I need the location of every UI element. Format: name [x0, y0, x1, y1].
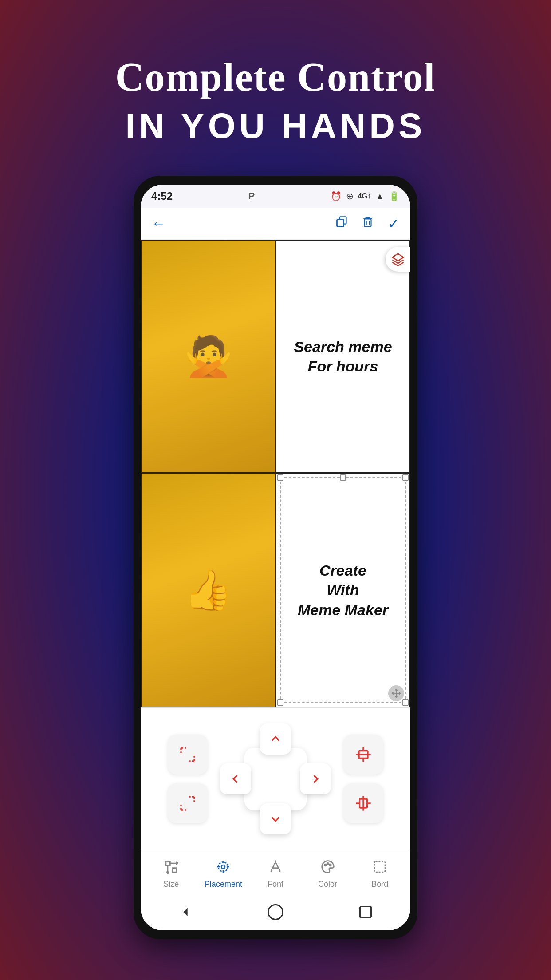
app-bar: ← — [141, 208, 410, 240]
android-home-button[interactable] — [267, 903, 284, 921]
resize-handle[interactable] — [388, 685, 404, 701]
size-icon — [164, 860, 178, 877]
controls-area — [141, 707, 410, 850]
p-icon: P — [248, 190, 255, 202]
placement-label: Placement — [205, 880, 242, 889]
handle-tr[interactable] — [402, 474, 409, 481]
layers-button[interactable] — [386, 247, 410, 272]
meme-cell-bottom-right[interactable]: Create With Meme Maker — [276, 474, 409, 707]
dpad-center — [244, 748, 307, 810]
border-label: Bord — [371, 880, 388, 889]
font-icon — [268, 860, 283, 877]
nav-item-font[interactable]: Font — [256, 860, 295, 889]
nav-item-color[interactable]: Color — [308, 860, 348, 889]
drake-bottom-figure: 👍 — [184, 571, 233, 610]
data-icon: 4G↕ — [358, 192, 371, 200]
android-nav — [141, 898, 410, 930]
phone-screen: 4:52 P ⏰ ⊕ 4G↕ ▲ 🔋 ← — [141, 185, 410, 930]
nav-item-placement[interactable]: Placement — [203, 860, 243, 889]
svg-point-31 — [329, 864, 331, 866]
svg-line-26 — [276, 862, 280, 871]
signal-icon: ▲ — [375, 191, 384, 202]
hero-section: Complete Control IN YOU HANDS — [115, 24, 436, 149]
dpad-right-button[interactable] — [300, 763, 331, 794]
svg-point-19 — [221, 865, 225, 869]
handle-tl[interactable] — [277, 474, 283, 481]
meme-cell-top-left: 🙅 — [142, 241, 276, 474]
battery-icon: 🔋 — [389, 191, 400, 202]
phone-shell: 4:52 P ⏰ ⊕ 4G↕ ▲ 🔋 ← — [134, 176, 417, 939]
dpad — [227, 730, 324, 828]
status-bar: 4:52 P ⏰ ⊕ 4G↕ ▲ 🔋 — [141, 185, 410, 208]
back-button[interactable]: ← — [151, 215, 165, 232]
dpad-down-button[interactable] — [260, 803, 291, 834]
border-icon — [373, 860, 387, 877]
svg-rect-3 — [364, 219, 371, 227]
meme-canvas: 🙅 Search meme For hours 👍 — [141, 240, 410, 707]
svg-point-30 — [327, 863, 329, 865]
svg-marker-8 — [393, 254, 404, 261]
resize-br-button[interactable] — [168, 783, 208, 823]
font-label: Font — [268, 880, 283, 889]
status-icons: ⏰ ⊕ 4G↕ ▲ 🔋 — [331, 191, 400, 202]
alarm-icon: ⏰ — [331, 191, 342, 202]
color-label: Color — [318, 880, 337, 889]
placement-icon — [216, 860, 230, 877]
handle-bl[interactable] — [277, 699, 283, 706]
delete-button[interactable] — [362, 216, 374, 231]
android-recents-button[interactable] — [357, 903, 374, 921]
meme-cell-top-right: Search meme For hours — [276, 241, 409, 474]
hero-line2: IN YOU HANDS — [115, 103, 436, 149]
recents-square — [359, 906, 372, 918]
android-back-button[interactable] — [177, 903, 194, 921]
bottom-nav: Size Placement — [141, 850, 410, 898]
size-label: Size — [163, 880, 179, 889]
align-v-button[interactable] — [343, 783, 383, 823]
meme-top-text: Search meme For hours — [294, 337, 392, 376]
dpad-left-button[interactable] — [220, 763, 251, 794]
wifi-icon: ⊕ — [346, 191, 354, 202]
meme-cell-bottom-left: 👍 — [142, 474, 276, 707]
drake-top-figure: 🙅 — [184, 337, 233, 376]
app-bar-right: ✓ — [335, 215, 400, 232]
meme-bottom-text: Create With Meme Maker — [298, 561, 388, 620]
svg-rect-1 — [337, 219, 344, 226]
hero-line1: Complete Control — [115, 51, 436, 103]
svg-marker-33 — [184, 908, 188, 917]
dpad-up-button[interactable] — [260, 723, 291, 755]
copy-button[interactable] — [335, 216, 348, 231]
handle-tm[interactable] — [340, 474, 346, 481]
svg-line-25 — [271, 862, 276, 871]
align-h-button[interactable] — [343, 735, 383, 775]
left-controls — [168, 735, 208, 823]
nav-item-size[interactable]: Size — [151, 860, 191, 889]
handle-br[interactable] — [402, 699, 409, 706]
meme-grid: 🙅 Search meme For hours 👍 — [141, 240, 410, 707]
svg-point-29 — [324, 864, 326, 866]
resize-tl-button[interactable] — [168, 735, 208, 775]
right-controls — [343, 735, 383, 823]
confirm-button[interactable]: ✓ — [388, 215, 400, 232]
color-icon — [321, 860, 335, 877]
home-circle — [268, 904, 283, 920]
svg-rect-32 — [374, 861, 385, 872]
svg-point-20 — [219, 862, 228, 871]
nav-item-border[interactable]: Bord — [360, 860, 400, 889]
status-time: 4:52 — [151, 190, 173, 202]
